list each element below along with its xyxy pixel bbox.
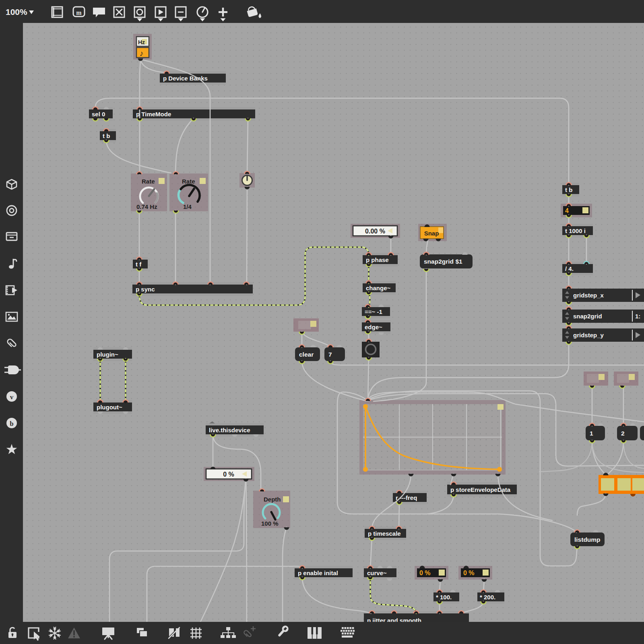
- svg-text:t f: t f: [136, 261, 142, 268]
- svg-text:Rate: Rate: [142, 178, 155, 185]
- svg-text:7: 7: [328, 351, 332, 358]
- svg-text:curve~: curve~: [367, 570, 387, 576]
- svg-text:live.thisdevice: live.thisdevice: [209, 427, 250, 433]
- svg-text:p TimeMode: p TimeMode: [136, 111, 171, 118]
- svg-text:100%: 100%: [6, 7, 27, 17]
- svg-text:0.00 %: 0.00 %: [365, 228, 385, 235]
- svg-text:Hz: Hz: [138, 39, 145, 45]
- svg-text:clear: clear: [299, 351, 314, 358]
- svg-text:Snap: Snap: [424, 230, 439, 237]
- svg-text:1:: 1:: [635, 313, 640, 320]
- svg-text:p sync: p sync: [136, 286, 155, 293]
- svg-text:p timescale: p timescale: [368, 530, 401, 537]
- svg-text:♪: ♪: [140, 49, 144, 58]
- svg-text:1/4: 1/4: [183, 203, 192, 210]
- svg-text:plugout~: plugout~: [97, 404, 122, 411]
- svg-text:listdump: listdump: [574, 536, 601, 543]
- svg-text:snap2grid: snap2grid: [573, 313, 602, 320]
- svg-text:p phase: p phase: [366, 256, 389, 263]
- svg-text:gridstep_y: gridstep_y: [573, 332, 604, 339]
- svg-text:b: b: [10, 420, 13, 427]
- svg-text:p enable inital: p enable inital: [298, 570, 338, 576]
- svg-text:4: 4: [565, 207, 569, 214]
- svg-text:==~ -1: ==~ -1: [365, 308, 382, 315]
- svg-text:2: 2: [621, 430, 625, 437]
- svg-text:0 %: 0 %: [463, 570, 475, 576]
- svg-text:/ 4.: / 4.: [565, 265, 574, 272]
- svg-text:* 200.: * 200.: [480, 594, 495, 601]
- svg-text:edge~: edge~: [365, 324, 382, 330]
- svg-text:snap2grid $1: snap2grid $1: [424, 258, 462, 265]
- svg-text:sel 0: sel 0: [92, 111, 105, 118]
- svg-text:0 %: 0 %: [223, 471, 234, 478]
- svg-text:0.74 Hz: 0.74 Hz: [136, 203, 157, 210]
- svg-text:0 %: 0 %: [419, 570, 431, 576]
- svg-text:change~: change~: [366, 285, 391, 291]
- svg-text:* 100.: * 100.: [436, 594, 452, 601]
- svg-text:v: v: [10, 393, 14, 401]
- svg-text:t b: t b: [565, 186, 572, 193]
- svg-text:plugin~: plugin~: [97, 351, 118, 358]
- svg-text:100 %: 100 %: [261, 520, 279, 527]
- svg-text:Depth: Depth: [264, 496, 281, 503]
- svg-text:Rate: Rate: [182, 178, 195, 185]
- svg-text:t b: t b: [103, 132, 110, 139]
- svg-text:m: m: [76, 9, 82, 16]
- svg-text:1: 1: [590, 430, 593, 437]
- svg-text:t 1000 i: t 1000 i: [565, 227, 586, 234]
- svg-text:gridstep_x: gridstep_x: [573, 292, 604, 299]
